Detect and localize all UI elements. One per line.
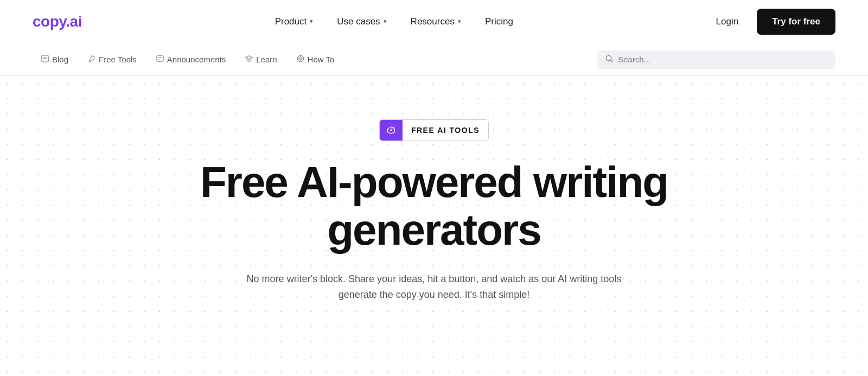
secondary-nav-links: Blog Free Tools Announcements: [33, 52, 343, 67]
tools-icon: [88, 55, 95, 64]
hero-subtitle: No more writer's block. Share your ideas…: [244, 271, 624, 303]
search-input[interactable]: [618, 55, 827, 64]
announcements-icon: [156, 55, 164, 64]
nav-resources[interactable]: Resources ▾: [401, 12, 471, 31]
svg-line-15: [611, 60, 613, 62]
svg-line-4: [90, 61, 90, 61]
nav-blog[interactable]: Blog: [33, 52, 77, 67]
logo-text: copy.ai: [33, 13, 82, 30]
blog-icon: [41, 55, 49, 64]
hero-section: FREE AI TOOLS Free AI-powered writing ge…: [0, 76, 868, 376]
secondary-navigation: Blog Free Tools Announcements: [0, 43, 868, 76]
chevron-down-icon: ▾: [384, 18, 387, 25]
nav-product[interactable]: Product ▾: [265, 12, 323, 31]
search-bar[interactable]: [597, 50, 835, 69]
free-ai-tools-badge[interactable]: FREE AI TOOLS: [379, 119, 489, 141]
svg-point-9: [299, 58, 301, 60]
nav-right: Login Try for free: [706, 9, 835, 35]
chevron-down-icon: ▾: [310, 18, 313, 25]
nav-links: Product ▾ Use cases ▾ Resources ▾ Pricin…: [265, 12, 523, 31]
search-icon: [605, 55, 614, 65]
nav-announcements[interactable]: Announcements: [148, 52, 234, 67]
badge-icon: [380, 120, 403, 141]
hero-title: Free AI-powered writing generators: [200, 158, 668, 254]
logo[interactable]: copy.ai: [33, 13, 82, 30]
nav-free-tools[interactable]: Free Tools: [79, 52, 145, 67]
nav-use-cases[interactable]: Use cases ▾: [327, 12, 396, 31]
learn-icon: [245, 55, 253, 64]
try-for-free-button[interactable]: Try for free: [757, 9, 835, 35]
svg-rect-5: [157, 56, 163, 62]
login-button[interactable]: Login: [706, 12, 749, 31]
nav-how-to[interactable]: How To: [288, 52, 343, 67]
how-to-icon: [297, 55, 304, 64]
chevron-down-icon: ▾: [458, 18, 461, 25]
top-navigation: copy.ai Product ▾ Use cases ▾ Resources …: [0, 0, 868, 43]
nav-learn[interactable]: Learn: [237, 52, 285, 67]
logo-dot: .ai: [66, 13, 82, 30]
nav-pricing[interactable]: Pricing: [475, 12, 523, 31]
badge-label: FREE AI TOOLS: [403, 120, 488, 140]
